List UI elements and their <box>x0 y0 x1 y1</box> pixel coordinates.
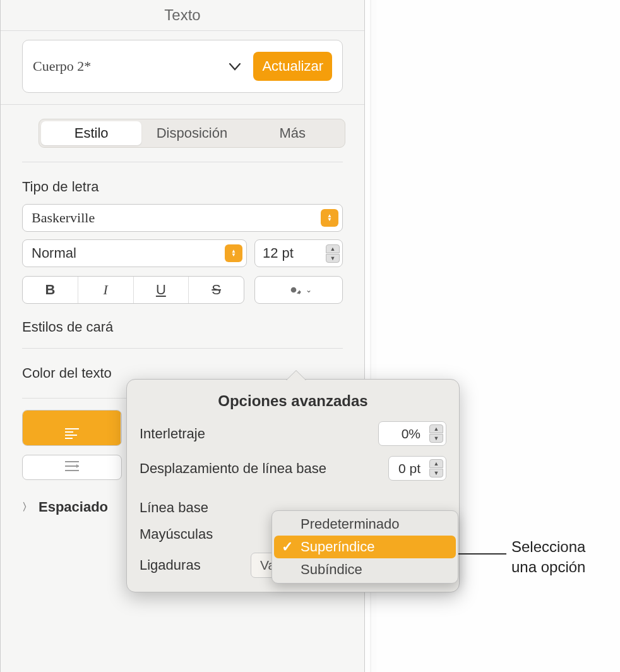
callout-line2: una opción <box>511 558 585 575</box>
character-styles-label: Estilos de cará <box>22 319 343 335</box>
italic-button[interactable]: I <box>78 277 134 303</box>
text-align-group <box>22 410 122 446</box>
stepper-down[interactable]: ▼ <box>326 254 340 263</box>
baseline-option-default[interactable]: ✓ Predeterminado <box>274 513 456 536</box>
chevron-down-icon: ⌄ <box>306 285 312 294</box>
chevron-down-icon <box>224 59 246 74</box>
paragraph-style-selector[interactable]: Cuerpo 2* Actualizar <box>22 40 343 93</box>
baseline-option-superscript[interactable]: ✓ Superíndice <box>274 536 456 558</box>
align-left-button[interactable] <box>23 411 121 445</box>
gear-icon <box>285 282 302 298</box>
tracking-stepper: ▲ ▼ <box>429 424 443 443</box>
paragraph-style-name: Cuerpo 2* <box>33 58 217 75</box>
option-label: Superíndice <box>301 539 374 555</box>
font-size-input[interactable]: 12 pt ▲ ▼ <box>254 239 343 267</box>
tracking-value: 0% <box>402 426 420 441</box>
ligatures-label: Ligaduras <box>140 557 201 573</box>
tab-layout[interactable]: Disposición <box>141 121 242 145</box>
font-size-value: 12 pt <box>263 245 294 261</box>
align-left-icon <box>65 428 79 439</box>
indent-icon <box>64 459 80 476</box>
check-icon: ✓ <box>280 516 294 532</box>
updown-icon <box>321 209 338 227</box>
indent-group[interactable] <box>22 455 122 480</box>
strikethrough-button[interactable]: S <box>189 277 244 303</box>
updown-icon <box>225 244 242 262</box>
baseline-shift-value: 0 pt <box>398 461 420 476</box>
callout-text: Selecciona una opción <box>511 537 585 578</box>
stepper-up[interactable]: ▲ <box>429 459 443 468</box>
stepper-down[interactable]: ▼ <box>429 469 443 477</box>
check-icon: ✓ <box>280 561 294 578</box>
update-style-button[interactable]: Actualizar <box>253 52 332 81</box>
tab-more[interactable]: Más <box>242 121 343 145</box>
stepper-down[interactable]: ▼ <box>429 434 443 443</box>
stepper-up[interactable]: ▲ <box>429 424 443 433</box>
spacing-label: Espaciado <box>39 499 108 515</box>
popover-arrow <box>286 371 306 381</box>
bold-button[interactable]: B <box>23 277 78 303</box>
font-size-stepper: ▲ ▼ <box>326 244 340 263</box>
chevron-right-icon: 〉 <box>22 501 32 514</box>
caps-label: Mayúsculas <box>140 526 213 543</box>
baseline-shift-label: Desplazamiento de línea base <box>140 460 326 477</box>
baseline-option-subscript[interactable]: ✓ Subíndice <box>274 558 456 581</box>
option-label: Subíndice <box>301 561 362 578</box>
font-section-label: Tipo de letra <box>22 179 343 195</box>
callout-line1: Selecciona <box>511 538 585 555</box>
text-style-group: B I U S <box>22 276 244 304</box>
font-weight-value: Normal <box>32 245 76 261</box>
baseline-shift-input[interactable]: 0 pt ▲ ▼ <box>388 456 446 481</box>
baseline-shift-stepper: ▲ ▼ <box>429 459 443 477</box>
baseline-menu: ✓ Predeterminado ✓ Superíndice ✓ Subíndi… <box>271 510 458 584</box>
check-icon: ✓ <box>280 539 294 555</box>
advanced-options-title: Opciones avanzadas <box>140 392 446 410</box>
underline-button[interactable]: U <box>134 277 189 303</box>
stepper-up[interactable]: ▲ <box>326 244 340 253</box>
option-label: Predeterminado <box>301 516 400 532</box>
font-family-dropdown[interactable]: Baskerville <box>22 204 343 232</box>
font-weight-dropdown[interactable]: Normal <box>22 239 247 267</box>
baseline-label: Línea base <box>140 500 208 516</box>
font-family-value: Baskerville <box>32 210 95 226</box>
inspector-header: Texto <box>1 0 364 31</box>
inspector-tabs: Estilo Disposición Más <box>39 119 345 148</box>
inspector-title: Texto <box>164 6 200 23</box>
tracking-label: Interletraje <box>140 426 205 442</box>
tab-style[interactable]: Estilo <box>41 121 141 145</box>
tracking-input[interactable]: 0% ▲ ▼ <box>378 421 446 446</box>
callout-leader <box>458 553 506 555</box>
advanced-options-button[interactable]: ⌄ <box>254 276 343 304</box>
